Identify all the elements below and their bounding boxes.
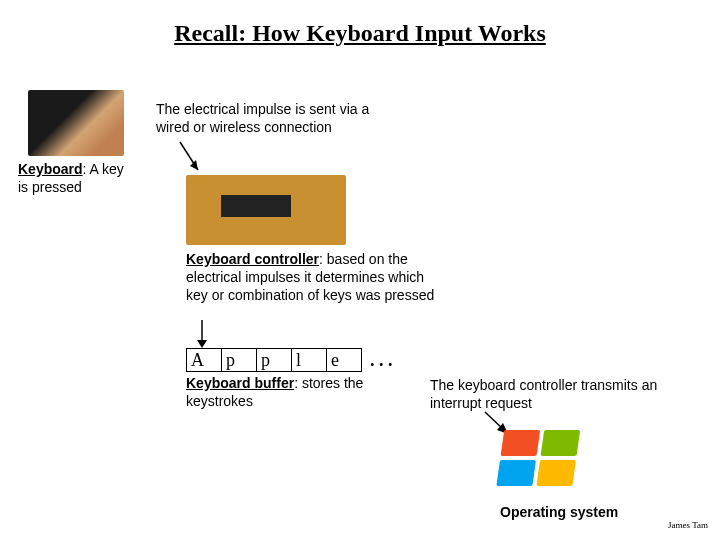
impulse-text: The electrical impulse is sent via a wir…: [156, 100, 396, 136]
author-credit: James Tam: [668, 520, 708, 530]
keyboard-label: Keyboard: [18, 161, 83, 177]
buffer-cell: p: [256, 348, 292, 372]
slide-title: Recall: How Keyboard Input Works: [0, 20, 720, 47]
svg-marker-1: [190, 160, 198, 170]
arrow-down-icon: [190, 318, 220, 352]
arrow-down-icon: [170, 140, 210, 180]
svg-marker-3: [197, 340, 207, 348]
controller-caption: Keyboard controller: based on the electr…: [186, 250, 436, 305]
interrupt-text: The keyboard controller transmits an int…: [430, 376, 690, 412]
os-caption: Operating system: [500, 504, 618, 520]
buffer-cell: p: [221, 348, 257, 372]
buffer-cell: e: [326, 348, 362, 372]
controller-board-image: [186, 175, 346, 245]
buffer-ellipsis: . . .: [370, 350, 393, 371]
buffer-label: Keyboard buffer: [186, 375, 294, 391]
buffer-cell: l: [291, 348, 327, 372]
windows-logo-icon: [500, 430, 590, 500]
keyboard-press-image: [28, 90, 124, 156]
buffer-caption: Keyboard buffer: stores the keystrokes: [186, 374, 396, 410]
buffer-cell: A: [186, 348, 222, 372]
keyboard-caption: Keyboard: A key is pressed: [18, 160, 128, 196]
controller-label: Keyboard controller: [186, 251, 319, 267]
buffer-row: A p p l e . . .: [186, 348, 393, 372]
